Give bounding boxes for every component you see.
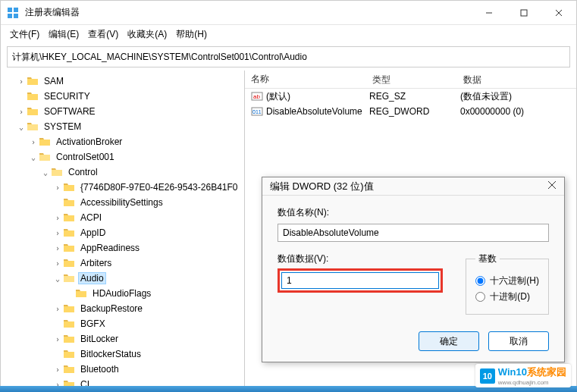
tree-item-bitlockerstatus[interactable]: BitlockerStatus	[78, 348, 143, 360]
tree-item-security[interactable]: SECURITY	[42, 90, 93, 102]
tree-item-system[interactable]: SYSTEM	[42, 121, 83, 133]
svg-text:ab: ab	[253, 93, 260, 100]
folder-icon	[63, 334, 75, 344]
tree-item-controlset001[interactable]: ControlSet001	[54, 151, 117, 163]
folder-icon	[63, 227, 75, 238]
folder-icon	[63, 182, 75, 193]
tree-item-bgfx[interactable]: BGFX	[78, 318, 108, 330]
address-bar[interactable]: 计算机\HKEY_LOCAL_MACHINE\SYSTEM\ControlSet…	[7, 46, 570, 67]
menu-edit[interactable]: 编辑(E)	[45, 27, 82, 42]
chevron-down-icon[interactable]: ⌄	[28, 153, 39, 162]
address-text: 计算机\HKEY_LOCAL_MACHINE\SYSTEM\ControlSet…	[12, 51, 307, 64]
tree-item-arbiters[interactable]: Arbiters	[78, 257, 114, 269]
regedit-icon	[7, 7, 19, 19]
tree-item-bitlocker[interactable]: BitLocker	[78, 333, 121, 345]
folder-icon	[63, 212, 75, 223]
tree-item-activationbroker[interactable]: ActivationBroker	[54, 136, 124, 148]
col-type[interactable]: 类型	[366, 71, 457, 88]
list-row-disableabsolutevolume[interactable]: 011DisableAbsoluteVolume REG_DWORD 0x000…	[245, 104, 576, 119]
list-row-default[interactable]: ab(默认) REG_SZ (数值未设置)	[245, 89, 576, 104]
chevron-right-icon[interactable]: ›	[52, 259, 63, 268]
chevron-right-icon[interactable]: ›	[16, 108, 27, 116]
folder-open-icon	[63, 273, 75, 284]
chevron-right-icon[interactable]: ›	[52, 183, 63, 192]
tree-view[interactable]: ›SAM SECURITY ›SOFTWARE ⌄SYSTEM ›Activat…	[1, 71, 245, 391]
svg-text:011: 011	[252, 109, 262, 114]
menubar: 文件(F) 编辑(E) 查看(V) 收藏夹(A) 帮助(H)	[1, 25, 576, 43]
chevron-right-icon[interactable]: ›	[52, 229, 63, 237]
watermark: 10 Win10系统家园 www.qdhuajin.com	[475, 364, 571, 387]
svg-rect-2	[8, 14, 12, 18]
svg-rect-5	[521, 10, 527, 16]
chevron-down-icon[interactable]: ⌄	[16, 123, 27, 131]
chevron-right-icon[interactable]: ›	[52, 365, 63, 374]
tree-item-software[interactable]: SOFTWARE	[42, 105, 98, 118]
folder-open-icon	[39, 152, 51, 162]
value-data-highlight	[278, 268, 443, 293]
folder-icon	[27, 91, 39, 102]
folder-icon	[63, 349, 75, 359]
folder-icon	[75, 288, 87, 299]
value-data-input[interactable]	[281, 272, 439, 289]
watermark-icon: 10	[480, 368, 495, 384]
value-name-label: 数值名称(N):	[278, 206, 549, 219]
folder-icon	[63, 303, 75, 314]
tree-item-appid[interactable]: AppID	[78, 227, 108, 239]
ok-button[interactable]: 确定	[419, 331, 479, 351]
radio-hex[interactable]: 十六进制(H)	[475, 274, 539, 287]
folder-icon	[63, 197, 75, 208]
maximize-button[interactable]	[506, 1, 541, 25]
string-value-icon: ab	[251, 90, 263, 102]
folder-open-icon	[51, 167, 63, 177]
base-group: 基数 十六进制(H) 十进制(D)	[466, 252, 549, 315]
window-title: 注册表编辑器	[25, 6, 472, 19]
folder-icon	[63, 258, 75, 268]
radio-dec[interactable]: 十进制(D)	[475, 290, 539, 303]
svg-rect-3	[14, 14, 18, 18]
svg-rect-0	[8, 8, 12, 12]
folder-icon	[39, 136, 51, 147]
tree-item-audio[interactable]: Audio	[78, 272, 106, 284]
dialog-title: 编辑 DWORD (32 位)值	[270, 180, 547, 193]
svg-rect-1	[14, 8, 18, 12]
close-button[interactable]	[541, 1, 576, 25]
menu-favorites[interactable]: 收藏夹(A)	[124, 27, 170, 42]
chevron-right-icon[interactable]: ›	[52, 335, 63, 343]
chevron-right-icon[interactable]: ›	[52, 305, 63, 313]
tree-item-guid[interactable]: {7746D80F-97E0-4E26-9543-26B41F0	[78, 181, 240, 193]
dword-value-icon: 011	[251, 105, 263, 118]
tree-item-hdaudioflags[interactable]: HDAudioFlags	[90, 287, 153, 299]
menu-view[interactable]: 查看(V)	[85, 27, 121, 42]
tree-item-control[interactable]: Control	[66, 166, 100, 178]
tree-item-bluetooth[interactable]: Bluetooth	[78, 363, 121, 375]
chevron-right-icon[interactable]: ›	[52, 214, 63, 222]
chevron-down-icon[interactable]: ⌄	[40, 168, 51, 177]
folder-icon	[27, 106, 39, 117]
folder-icon	[27, 76, 39, 86]
tree-item-acpi[interactable]: ACPI	[78, 212, 104, 224]
folder-open-icon	[27, 121, 39, 132]
chevron-right-icon[interactable]: ›	[28, 138, 39, 146]
tree-item-appreadiness[interactable]: AppReadiness	[78, 242, 142, 254]
menu-help[interactable]: 帮助(H)	[173, 27, 210, 42]
tree-item-sam[interactable]: SAM	[42, 75, 66, 87]
tree-item-backuprestore[interactable]: BackupRestore	[78, 303, 145, 315]
folder-icon	[63, 364, 75, 375]
tree-item-accessibility[interactable]: AccessibilitySettings	[78, 196, 165, 209]
titlebar: 注册表编辑器	[1, 1, 576, 25]
value-name-field[interactable]: DisableAbsoluteVolume	[278, 224, 549, 242]
chevron-right-icon[interactable]: ›	[52, 244, 63, 252]
folder-icon	[63, 318, 75, 329]
chevron-down-icon[interactable]: ⌄	[52, 274, 63, 283]
dialog-close-button[interactable]	[547, 180, 557, 192]
minimize-button[interactable]	[472, 1, 506, 25]
col-name[interactable]: 名称	[245, 71, 366, 88]
edit-dword-dialog: 编辑 DWORD (32 位)值 数值名称(N): DisableAbsolut…	[262, 177, 565, 362]
col-data[interactable]: 数据	[457, 71, 576, 88]
cancel-button[interactable]: 取消	[488, 331, 549, 351]
base-legend: 基数	[475, 252, 500, 265]
menu-file[interactable]: 文件(F)	[7, 27, 42, 42]
value-data-label: 数值数据(V):	[278, 252, 443, 265]
folder-icon	[63, 243, 75, 253]
chevron-right-icon[interactable]: ›	[16, 77, 27, 86]
